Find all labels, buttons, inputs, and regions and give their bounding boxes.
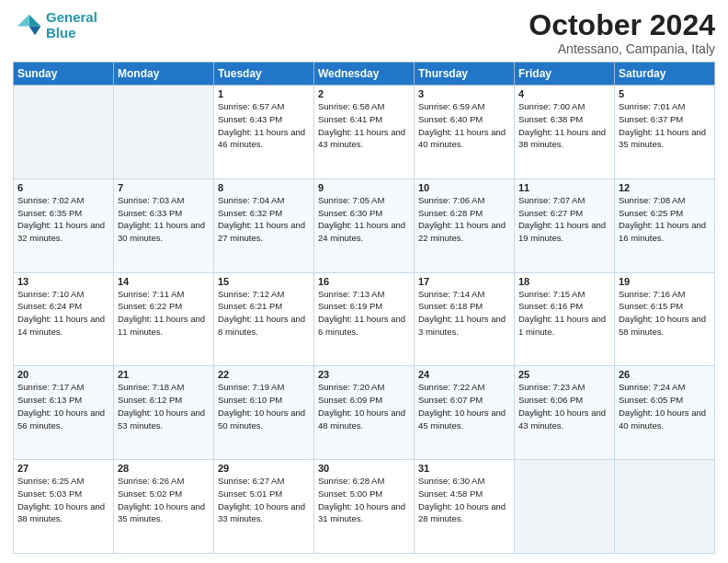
day-cell: 19Sunrise: 7:16 AMSunset: 6:15 PMDayligh… xyxy=(615,272,715,366)
day-cell: 27Sunrise: 6:25 AMSunset: 5:03 PMDayligh… xyxy=(14,460,114,554)
day-number: 20 xyxy=(17,369,109,380)
sunrise-text: Sunrise: 6:27 AM xyxy=(218,476,284,486)
day-number: 9 xyxy=(318,182,410,193)
sunset-text: Sunset: 5:00 PM xyxy=(318,488,382,499)
day-number: 27 xyxy=(17,463,109,474)
day-cell: 6Sunrise: 7:02 AMSunset: 6:35 PMDaylight… xyxy=(14,178,114,272)
sunset-text: Sunset: 6:27 PM xyxy=(518,208,583,218)
sunset-text: Sunset: 6:25 PM xyxy=(619,208,683,218)
sunrise-text: Sunrise: 7:02 AM xyxy=(17,195,84,205)
day-number: 30 xyxy=(318,463,410,474)
sunset-text: Sunset: 6:35 PM xyxy=(17,208,82,218)
sunset-text: Sunset: 6:15 PM xyxy=(619,301,683,311)
day-info: Sunrise: 7:08 AMSunset: 6:25 PMDaylight:… xyxy=(619,194,711,245)
day-info: Sunrise: 7:01 AMSunset: 6:37 PMDaylight:… xyxy=(619,100,711,151)
day-cell: 11Sunrise: 7:07 AMSunset: 6:27 PMDayligh… xyxy=(515,178,615,272)
day-cell: 21Sunrise: 7:18 AMSunset: 6:12 PMDayligh… xyxy=(114,366,214,460)
day-cell: 28Sunrise: 6:26 AMSunset: 5:02 PMDayligh… xyxy=(114,460,214,554)
daylight-text: Daylight: 10 hours and 58 minutes. xyxy=(619,314,706,337)
day-cell: 25Sunrise: 7:23 AMSunset: 6:06 PMDayligh… xyxy=(515,366,615,460)
sunset-text: Sunset: 6:40 PM xyxy=(418,114,483,124)
day-cell: 2Sunrise: 6:58 AMSunset: 6:41 PMDaylight… xyxy=(314,86,415,179)
day-info: Sunrise: 7:10 AMSunset: 6:24 PMDaylight:… xyxy=(17,288,109,339)
day-number: 19 xyxy=(619,276,711,287)
daylight-text: Daylight: 11 hours and 30 minutes. xyxy=(118,220,205,243)
sunset-text: Sunset: 6:09 PM xyxy=(318,395,382,405)
day-info: Sunrise: 7:16 AMSunset: 6:15 PMDaylight:… xyxy=(619,288,711,339)
sunrise-text: Sunrise: 7:23 AM xyxy=(518,382,585,392)
day-info: Sunrise: 7:22 AMSunset: 6:07 PMDaylight:… xyxy=(418,381,510,431)
day-number: 5 xyxy=(619,88,711,99)
sunrise-text: Sunrise: 7:08 AM xyxy=(619,195,685,205)
sunrise-text: Sunrise: 7:20 AM xyxy=(318,382,384,392)
week-row-1: 1Sunrise: 6:57 AMSunset: 6:43 PMDaylight… xyxy=(14,86,715,179)
daylight-text: Daylight: 11 hours and 8 minutes. xyxy=(218,314,305,337)
sunset-text: Sunset: 4:58 PM xyxy=(418,488,483,499)
sunrise-text: Sunrise: 7:04 AM xyxy=(218,195,284,205)
logo-icon xyxy=(13,10,42,40)
daylight-text: Daylight: 11 hours and 27 minutes. xyxy=(218,220,305,243)
day-info: Sunrise: 7:18 AMSunset: 6:12 PMDaylight:… xyxy=(118,381,210,431)
day-cell: 1Sunrise: 6:57 AMSunset: 6:43 PMDaylight… xyxy=(214,86,314,179)
day-cell: 30Sunrise: 6:28 AMSunset: 5:00 PMDayligh… xyxy=(314,460,415,554)
day-cell: 5Sunrise: 7:01 AMSunset: 6:37 PMDaylight… xyxy=(615,86,715,179)
day-info: Sunrise: 7:02 AMSunset: 6:35 PMDaylight:… xyxy=(17,194,109,245)
sunrise-text: Sunrise: 7:00 AM xyxy=(518,101,585,111)
sunrise-text: Sunrise: 7:10 AM xyxy=(17,289,84,299)
daylight-text: Daylight: 11 hours and 43 minutes. xyxy=(318,127,405,150)
day-info: Sunrise: 6:58 AMSunset: 6:41 PMDaylight:… xyxy=(318,100,410,151)
day-info: Sunrise: 7:03 AMSunset: 6:33 PMDaylight:… xyxy=(118,194,210,245)
col-header-wednesday: Wednesday xyxy=(314,63,415,86)
sunset-text: Sunset: 6:22 PM xyxy=(118,301,182,311)
day-info: Sunrise: 7:04 AMSunset: 6:32 PMDaylight:… xyxy=(218,194,310,245)
week-row-2: 6Sunrise: 7:02 AMSunset: 6:35 PMDaylight… xyxy=(14,178,715,272)
daylight-text: Daylight: 11 hours and 11 minutes. xyxy=(118,314,205,337)
col-header-friday: Friday xyxy=(515,63,615,86)
day-info: Sunrise: 7:13 AMSunset: 6:19 PMDaylight:… xyxy=(318,288,410,339)
col-header-sunday: Sunday xyxy=(14,63,114,86)
daylight-text: Daylight: 11 hours and 6 minutes. xyxy=(318,314,405,337)
sunrise-text: Sunrise: 6:30 AM xyxy=(418,476,484,486)
daylight-text: Daylight: 11 hours and 24 minutes. xyxy=(318,220,405,243)
day-info: Sunrise: 6:59 AMSunset: 6:40 PMDaylight:… xyxy=(418,100,510,151)
sunset-text: Sunset: 6:12 PM xyxy=(118,395,182,405)
sunrise-text: Sunrise: 7:17 AM xyxy=(17,382,84,392)
day-info: Sunrise: 7:24 AMSunset: 6:05 PMDaylight:… xyxy=(619,381,711,431)
sunrise-text: Sunrise: 7:18 AM xyxy=(118,382,184,392)
day-info: Sunrise: 7:15 AMSunset: 6:16 PMDaylight:… xyxy=(518,288,610,339)
day-number: 26 xyxy=(619,369,711,380)
sunset-text: Sunset: 6:28 PM xyxy=(418,208,483,218)
day-number: 8 xyxy=(218,182,310,193)
day-number: 13 xyxy=(17,276,109,287)
day-info: Sunrise: 6:30 AMSunset: 4:58 PMDaylight:… xyxy=(418,475,510,525)
day-number: 24 xyxy=(418,369,510,380)
sunrise-text: Sunrise: 7:05 AM xyxy=(318,195,384,205)
sunrise-text: Sunrise: 7:22 AM xyxy=(418,382,484,392)
day-cell xyxy=(114,86,214,179)
daylight-text: Daylight: 11 hours and 32 minutes. xyxy=(17,220,105,243)
sunrise-text: Sunrise: 6:28 AM xyxy=(318,476,384,486)
sunset-text: Sunset: 6:10 PM xyxy=(218,395,282,405)
sunset-text: Sunset: 6:16 PM xyxy=(518,301,583,311)
day-info: Sunrise: 7:07 AMSunset: 6:27 PMDaylight:… xyxy=(518,194,610,245)
day-cell: 18Sunrise: 7:15 AMSunset: 6:16 PMDayligh… xyxy=(515,272,615,366)
svg-marker-1 xyxy=(29,27,41,36)
sunset-text: Sunset: 6:24 PM xyxy=(17,301,82,311)
week-row-3: 13Sunrise: 7:10 AMSunset: 6:24 PMDayligh… xyxy=(14,272,715,366)
sunrise-text: Sunrise: 7:16 AM xyxy=(619,289,685,299)
day-info: Sunrise: 7:20 AMSunset: 6:09 PMDaylight:… xyxy=(318,381,410,431)
daylight-text: Daylight: 11 hours and 40 minutes. xyxy=(418,127,506,150)
sunset-text: Sunset: 5:01 PM xyxy=(218,488,282,499)
day-number: 31 xyxy=(418,463,510,474)
day-cell: 7Sunrise: 7:03 AMSunset: 6:33 PMDaylight… xyxy=(114,178,214,272)
sunrise-text: Sunrise: 6:59 AM xyxy=(418,101,484,111)
daylight-text: Daylight: 11 hours and 14 minutes. xyxy=(17,314,105,337)
calendar-table: SundayMondayTuesdayWednesdayThursdayFrid… xyxy=(13,62,715,554)
day-cell: 17Sunrise: 7:14 AMSunset: 6:18 PMDayligh… xyxy=(415,272,515,366)
daylight-text: Daylight: 10 hours and 45 minutes. xyxy=(418,408,506,431)
title-block: October 2024 Antessano, Campania, Italy xyxy=(529,9,715,56)
day-number: 21 xyxy=(118,369,210,380)
col-header-saturday: Saturday xyxy=(615,63,715,86)
sunset-text: Sunset: 6:41 PM xyxy=(318,114,382,124)
location-subtitle: Antessano, Campania, Italy xyxy=(529,41,715,56)
